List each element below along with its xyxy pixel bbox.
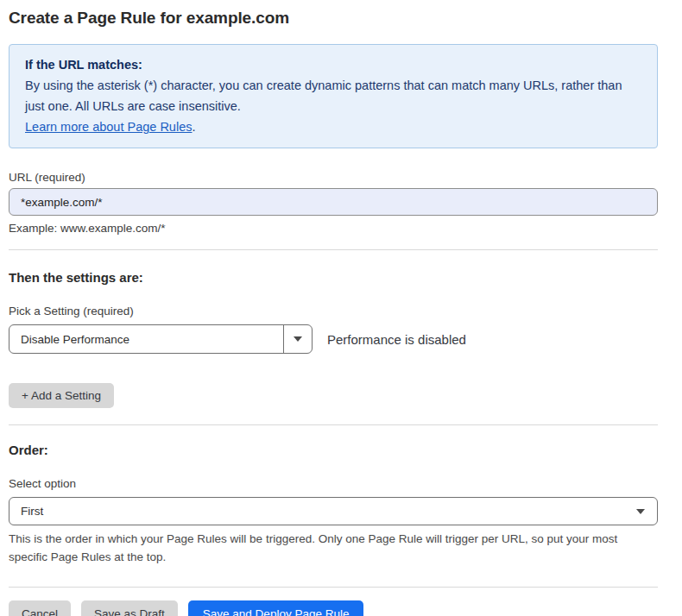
save-as-draft-button[interactable]: Save as Draft: [81, 600, 178, 616]
info-box-body-text: By using the asterisk (*) character, you…: [25, 79, 622, 113]
url-field-label: URL (required): [9, 171, 658, 184]
chevron-down-icon: [294, 336, 302, 342]
settings-section-heading: Then the settings are:: [9, 270, 658, 285]
page-title: Create a Page Rule for example.com: [9, 9, 658, 28]
order-help-text: This is the order in which your Page Rul…: [9, 530, 647, 566]
setting-status-text: Performance is disabled: [327, 332, 466, 347]
learn-more-link[interactable]: Learn more about Page Rules: [25, 120, 192, 134]
url-example-text: Example: www.example.com/*: [9, 222, 658, 235]
order-select-value: First: [21, 505, 636, 518]
url-input[interactable]: [9, 188, 658, 216]
info-box-link-line: Learn more about Page Rules.: [25, 116, 641, 137]
info-box-body: By using the asterisk (*) character, you…: [25, 75, 641, 116]
save-and-deploy-button[interactable]: Save and Deploy Page Rule: [188, 600, 364, 616]
cancel-button[interactable]: Cancel: [9, 600, 71, 616]
order-select[interactable]: First: [9, 497, 658, 525]
order-select-label: Select option: [9, 477, 658, 490]
info-box-heading: If the URL matches:: [25, 54, 641, 75]
form-actions: Cancel Save as Draft Save and Deploy Pag…: [9, 600, 658, 616]
order-section-heading: Order:: [9, 443, 658, 457]
pick-setting-label: Pick a Setting (required): [9, 305, 658, 317]
page-rule-form: Create a Page Rule for example.com If th…: [9, 9, 658, 616]
setting-select-value: Disable Performance: [9, 325, 283, 353]
url-match-info-box: If the URL matches: By using the asteris…: [9, 44, 658, 148]
link-period: .: [192, 120, 195, 134]
add-setting-button[interactable]: + Add a Setting: [9, 383, 114, 408]
setting-row: Disable Performance Performance is disab…: [9, 324, 658, 354]
divider: [9, 424, 658, 425]
setting-select-arrow-segment[interactable]: [283, 325, 312, 353]
setting-select[interactable]: Disable Performance: [9, 324, 313, 354]
chevron-down-icon: [636, 509, 645, 514]
divider: [9, 587, 658, 588]
divider: [9, 249, 658, 250]
